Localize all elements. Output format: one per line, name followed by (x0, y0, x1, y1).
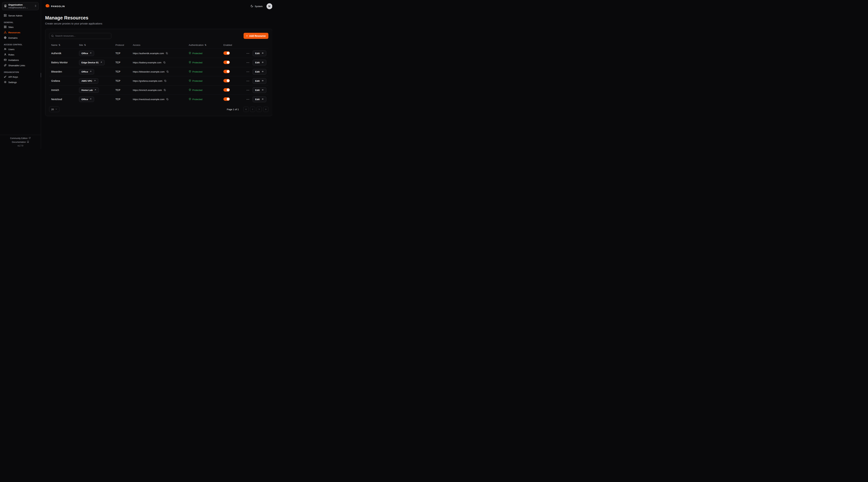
external-link-icon (90, 70, 92, 73)
enabled-toggle[interactable] (223, 88, 230, 92)
resource-name: Battery Monitor (51, 61, 79, 64)
search-input[interactable] (49, 33, 111, 39)
site-link-button[interactable]: Office (79, 69, 94, 74)
table-row: Authentik Office TCP https://authentik.e… (49, 49, 268, 58)
sidebar-item-server-admin[interactable]: Server Admin (2, 13, 39, 19)
theme-toggle[interactable]: System (250, 5, 262, 8)
page-size-select[interactable]: 20 (49, 106, 59, 112)
copy-icon[interactable] (164, 79, 166, 82)
auth-status: Protected (189, 89, 223, 92)
search-wrap (49, 33, 111, 39)
more-actions-button[interactable]: ⋯ (246, 61, 250, 64)
sidebar-item-label: API Keys (8, 76, 18, 78)
site-link-button[interactable]: Home Lab (79, 88, 99, 93)
auth-status: Protected (189, 98, 223, 101)
sidebar-item-api-keys[interactable]: API Keys (2, 74, 39, 79)
sidebar-item-invitations[interactable]: Invitations (2, 58, 39, 63)
moon-icon (250, 5, 253, 8)
auth-status: Protected (189, 61, 223, 64)
brand-name: PANGOLIN (51, 5, 65, 8)
column-header-authentication[interactable]: Authentication ⇅ (189, 44, 223, 46)
mail-icon (4, 59, 7, 62)
resource-access: https://battery.example.com (133, 61, 189, 64)
add-resource-label: Add Resource (249, 35, 266, 37)
copy-icon[interactable] (166, 52, 168, 55)
sidebar-item-settings[interactable]: Settings (2, 79, 39, 85)
resource-access: https://immich.example.com (133, 89, 189, 91)
edit-button[interactable]: Edit (253, 78, 266, 84)
site-link-button[interactable]: AWS VPC (79, 78, 98, 84)
edit-button[interactable]: Edit (253, 96, 266, 102)
more-actions-button[interactable]: ⋯ (246, 52, 250, 55)
resources-card: + Add Resource Name ⇅ Site ⇅ Protocol (45, 29, 272, 116)
documentation-link[interactable]: Documentation (2, 141, 39, 143)
more-actions-button[interactable]: ⋯ (246, 79, 250, 83)
first-page-button[interactable] (243, 107, 249, 112)
sidebar-item-label: Domains (8, 37, 18, 39)
table-header: Name ⇅ Site ⇅ Protocol Access Authentica… (49, 41, 268, 49)
copy-icon[interactable] (163, 61, 166, 64)
sidebar-resize-handle[interactable] (41, 73, 41, 77)
brand[interactable]: PANGOLIN (45, 4, 65, 9)
next-page-button[interactable] (256, 107, 262, 112)
edit-button[interactable]: Edit (253, 69, 266, 75)
sidebar-item-label: Resources (8, 31, 20, 34)
sidebar: Organization milo@fossorial.io's ... Ser… (0, 0, 41, 149)
resource-access: https://bitwarden.example.com (133, 70, 189, 73)
avatar[interactable]: M (267, 3, 272, 9)
copy-icon[interactable] (163, 89, 166, 91)
enabled-toggle[interactable] (223, 51, 230, 55)
column-header-name[interactable]: Name ⇅ (51, 44, 79, 46)
edit-button[interactable]: Edit (253, 51, 266, 56)
site-link-button[interactable]: Office (79, 97, 94, 102)
enabled-toggle[interactable] (223, 79, 230, 83)
sidebar-item-label: Server Admin (8, 14, 22, 17)
more-actions-button[interactable]: ⋯ (246, 97, 250, 101)
sidebar-item-label: Users (8, 48, 14, 51)
shield-check-icon (189, 89, 191, 92)
copy-icon[interactable] (166, 98, 168, 100)
sort-icon[interactable]: ⇅ (205, 44, 207, 46)
app-root: Organization milo@fossorial.io's ... Ser… (0, 0, 272, 149)
sidebar-item-shareable-links[interactable]: Shareable Links (2, 63, 39, 68)
copy-icon[interactable] (166, 70, 169, 73)
sidebar-item-domains[interactable]: Domains (2, 35, 39, 41)
resource-name: Grafana (51, 79, 79, 82)
more-actions-button[interactable]: ⋯ (246, 88, 250, 92)
more-actions-button[interactable]: ⋯ (246, 70, 250, 73)
last-page-button[interactable] (263, 107, 268, 112)
sidebar-item-users[interactable]: Users (2, 47, 39, 52)
sidebar-item-resources[interactable]: Resources (2, 30, 39, 35)
card-toolbar: + Add Resource (49, 33, 268, 39)
sort-icon[interactable]: ⇅ (84, 44, 86, 46)
previous-page-button[interactable] (250, 107, 255, 112)
main-content: PANGOLIN System M Manage Resources Creat… (41, 0, 272, 149)
enabled-toggle[interactable] (223, 70, 230, 73)
resources-icon (4, 31, 7, 34)
arrow-right-icon (261, 98, 264, 101)
add-resource-button[interactable]: + Add Resource (244, 33, 268, 39)
resource-protocol: TCP (116, 52, 133, 55)
resource-protocol: TCP (116, 89, 133, 91)
shield-check-icon (189, 52, 191, 55)
table-row: Battery Monitor Edge Device 01 TCP https… (49, 58, 268, 67)
edit-button[interactable]: Edit (253, 60, 266, 65)
column-header-site[interactable]: Site ⇅ (79, 44, 116, 46)
site-link-button[interactable]: Edge Device 01 (79, 60, 105, 65)
enabled-toggle[interactable] (223, 61, 230, 64)
enabled-toggle[interactable] (223, 97, 230, 101)
sort-icon[interactable]: ⇅ (59, 44, 60, 46)
pager: Page 1 of 1 (227, 107, 268, 112)
sidebar-item-label: Settings (8, 81, 17, 84)
site-link-button[interactable]: Office (79, 51, 94, 56)
edit-button[interactable]: Edit (253, 87, 266, 93)
sidebar-item-label: Shareable Links (8, 64, 25, 67)
resource-protocol: TCP (116, 79, 133, 82)
shield-check-icon (189, 70, 191, 73)
org-switcher[interactable]: Organization milo@fossorial.io's ... (2, 2, 39, 10)
sidebar-item-sites[interactable]: Sites (2, 25, 39, 30)
arrow-right-icon (261, 79, 264, 83)
community-edition-link[interactable]: Community Edition (2, 137, 39, 139)
sidebar-item-roles[interactable]: Roles (2, 52, 39, 58)
roles-icon (4, 53, 7, 56)
